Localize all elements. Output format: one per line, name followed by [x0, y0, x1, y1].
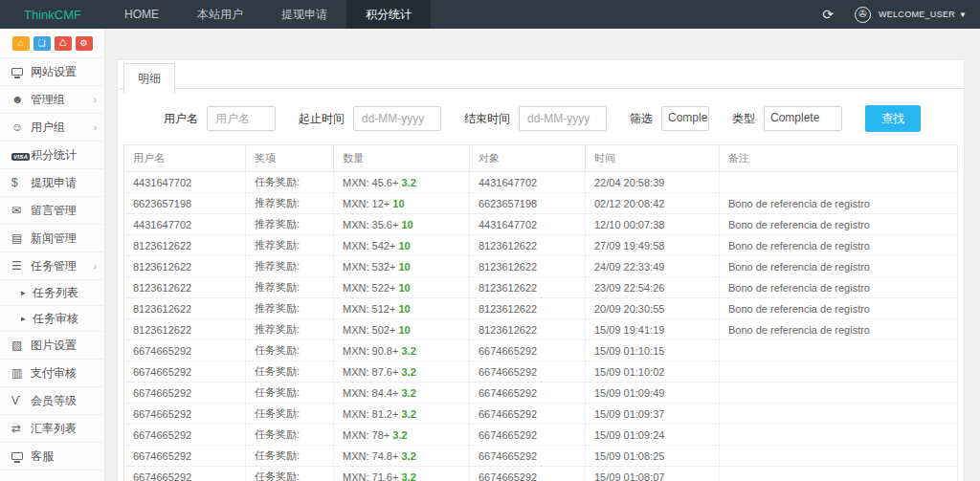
sidebar-item-11[interactable]: ▥支付审核	[0, 360, 104, 387]
sidebar-item-label: 网站设置	[31, 64, 77, 80]
table-row[interactable]: 6674665292任务奖励:MXN: 87.6+ 3.266746652921…	[124, 361, 958, 383]
cell-target: 8123612622	[470, 319, 586, 340]
sidebar-item-6[interactable]: ▤新闻管理	[0, 225, 104, 252]
cell-prize: 任务奖励:	[246, 467, 334, 481]
cell-amount: MXN: 87.6+ 3.2	[334, 361, 470, 383]
table-row[interactable]: 4431647702任务奖励:MXN: 45.6+ 3.244316477022…	[124, 172, 958, 193]
sidebar-item-9[interactable]: ▸任务审核	[0, 306, 104, 332]
table-row[interactable]: 8123612622推荐奖励:MXN: 502+ 10812361262215/…	[124, 319, 958, 340]
cell-amount: MXN: 71.6+ 3.2	[334, 467, 470, 481]
sidebar-item-12[interactable]: Ѵ会员等级	[0, 387, 104, 415]
cell-target: 6674665292	[470, 340, 586, 361]
vine-icon: Ѵ	[11, 394, 31, 407]
type-select[interactable]: Complete	[764, 106, 842, 131]
cell-user: 4431647702	[124, 172, 246, 193]
sidebar-item-5[interactable]: ✉留言管理	[0, 197, 104, 225]
avatar-icon[interactable]: ✇	[855, 7, 871, 23]
caret-down-icon[interactable]: ▼	[959, 11, 967, 19]
nav-item-2[interactable]: 提现申请	[262, 0, 346, 29]
cell-user: 8123612622	[124, 235, 246, 256]
table-row[interactable]: 6674665292任务奖励:MXN: 81.2+ 3.266746652921…	[124, 404, 958, 425]
card-icon: ▥	[11, 366, 31, 380]
welcome-user-label[interactable]: WELCOME_USER	[879, 10, 955, 19]
bonus-value: 10	[398, 240, 410, 251]
sidebar-item-label: 提现申请	[31, 175, 77, 191]
table-row[interactable]: 8123612622推荐奖励:MXN: 512+ 10812361262220/…	[124, 298, 958, 319]
cell-time: 15/09 01:10:15	[586, 340, 720, 361]
monitor-icon	[11, 449, 31, 463]
cell-user: 6674665292	[124, 361, 246, 383]
table-row[interactable]: 8123612622推荐奖励:MXN: 522+ 10812361262223/…	[124, 277, 958, 298]
table-body: 4431647702任务奖励:MXN: 45.6+ 3.244316477022…	[124, 172, 958, 481]
tab-detail[interactable]: 明细	[123, 63, 175, 94]
sidebar: ⌂❏♺⚙ 网站设置☻管理组›☺用户组›VISA积分统计$提现申请✉留言管理▤新闻…	[0, 29, 105, 481]
cell-amount: MXN: 74.8+ 3.2	[334, 446, 470, 467]
type-label: 类型	[732, 111, 755, 127]
table-row[interactable]: 6674665292任务奖励:MXN: 78+ 3.2667466529215/…	[124, 425, 958, 446]
sidebar-item-3[interactable]: VISA积分统计	[0, 142, 104, 169]
nav-item-0[interactable]: HOME	[105, 0, 178, 29]
end-time-label: 结束时间	[464, 111, 510, 127]
cell-note	[720, 383, 958, 404]
table-row[interactable]: 6674665292任务奖励:MXN: 74.8+ 3.266746652921…	[124, 446, 958, 467]
end-time-input[interactable]	[519, 106, 607, 131]
sidebar-item-10[interactable]: ▧图片设置	[0, 332, 104, 360]
table-row[interactable]: 8123612622推荐奖励:MXN: 542+ 10812361262227/…	[124, 235, 958, 256]
sidebar-item-7[interactable]: ☰任务管理›	[0, 252, 104, 280]
table-row[interactable]: 6674665292任务奖励:MXN: 84.4+ 3.266746652921…	[124, 383, 958, 404]
filter-select[interactable]: Comple	[661, 106, 709, 131]
column-header-4: 时间	[586, 145, 720, 172]
cell-user: 8123612622	[124, 256, 246, 277]
bonus-value: 10	[392, 198, 404, 209]
cell-prize: 推荐奖励:	[246, 193, 334, 214]
sidebar-item-label: 汇率列表	[31, 421, 77, 437]
start-time-label: 起止时间	[299, 111, 345, 127]
cell-time: 23/09 22:54:26	[586, 277, 720, 298]
sidebar-item-14[interactable]: 客服	[0, 443, 104, 470]
start-time-input[interactable]	[353, 106, 441, 131]
sidebar-menu: 网站设置☻管理组›☺用户组›VISA积分统计$提现申请✉留言管理▤新闻管理☰任务…	[0, 58, 104, 470]
sidebar-item-0[interactable]: 网站设置	[0, 58, 104, 86]
trash-icon[interactable]: ♺	[55, 36, 72, 51]
cell-note	[720, 404, 958, 425]
table-row[interactable]: 6674665292任务奖励:MXN: 90.8+ 3.266746652921…	[124, 340, 958, 361]
cell-prize: 任务奖励:	[246, 340, 334, 361]
table-row[interactable]: 6623657198推荐奖励:MXN: 12+ 10662365719802/1…	[124, 193, 958, 214]
sidebar-item-8[interactable]: ▸任务列表	[0, 280, 104, 306]
nav-item-1[interactable]: 本站用户	[178, 0, 262, 29]
refresh-icon[interactable]: ⟳	[822, 7, 834, 22]
bonus-value: 10	[398, 324, 410, 336]
username-input[interactable]	[207, 106, 276, 131]
sidebar-item-1[interactable]: ☻管理组›	[0, 86, 104, 114]
chevron-right-icon: ›	[94, 261, 97, 272]
sidebar-item-4[interactable]: $提现申请	[0, 169, 104, 197]
cell-target: 6674665292	[470, 361, 586, 383]
bonus-value: 3.2	[401, 471, 415, 481]
bonus-value: 3.2	[401, 387, 415, 399]
cell-target: 8123612622	[470, 256, 586, 277]
chevron-right-icon: ›	[94, 95, 97, 105]
table-row[interactable]: 6674665292任务奖励:MXN: 71.6+ 3.266746652921…	[124, 467, 958, 481]
table-header-row: 用户名奖项数量对象时间备注	[124, 145, 958, 172]
search-button[interactable]: 查找	[865, 105, 921, 132]
table-row[interactable]: 4431647702推荐奖励:MXN: 35.6+ 10443164770212…	[124, 214, 958, 235]
nav-item-3[interactable]: 积分统计	[346, 0, 431, 29]
sidebar-item-13[interactable]: ⇄汇率列表	[0, 415, 104, 443]
envelope-icon: ✉	[11, 204, 31, 217]
bonus-value: 3.2	[401, 408, 415, 420]
table-row[interactable]: 8123612622推荐奖励:MXN: 532+ 10812361262224/…	[124, 256, 958, 277]
news-icon: ▤	[11, 231, 31, 245]
sidebar-item-label: 积分统计	[31, 147, 77, 164]
cell-target: 8123612622	[470, 277, 586, 298]
cell-prize: 任务奖励:	[246, 446, 334, 467]
cell-user: 6674665292	[124, 425, 246, 446]
brand-logo[interactable]: ThinkCMF	[0, 0, 105, 29]
home-icon[interactable]: ⌂	[12, 36, 30, 51]
monitor-icon	[11, 65, 31, 78]
cell-time: 22/04 20:58:39	[586, 172, 720, 193]
sidebar-item-2[interactable]: ☺用户组›	[0, 114, 104, 142]
file-icon[interactable]: ❏	[33, 36, 51, 51]
gear-icon[interactable]: ⚙	[76, 36, 93, 51]
column-header-3: 对象	[470, 145, 586, 172]
top-nav: HOME本站用户提现申请积分统计	[105, 0, 431, 29]
